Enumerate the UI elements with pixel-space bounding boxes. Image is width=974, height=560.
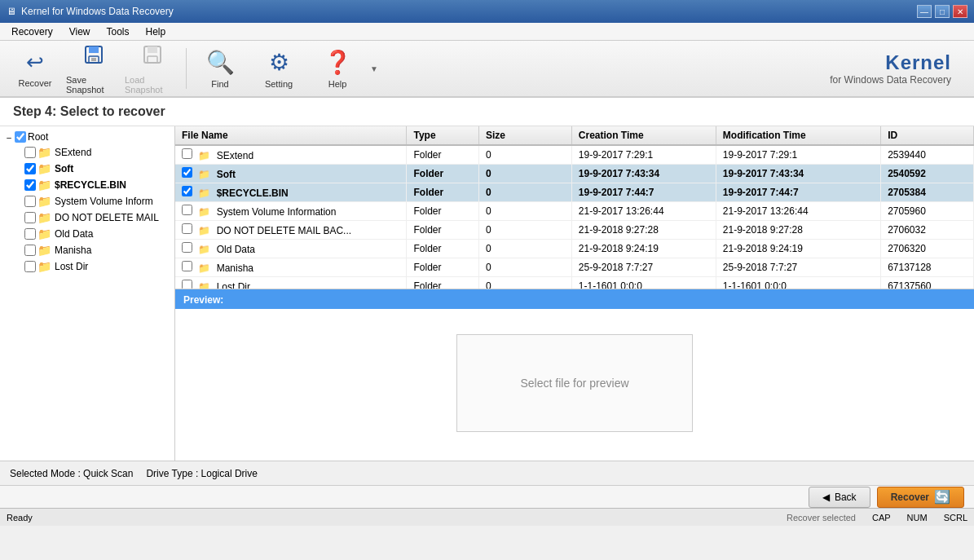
row-checkbox[interactable] [182,186,192,196]
load-snapshot-button[interactable]: Load Snapshot [124,44,181,93]
close-button[interactable]: ✕ [953,5,967,18]
tree-item-sysvolume[interactable]: 📁 System Volume Inform [0,193,174,209]
svg-rect-3 [91,58,96,61]
filename-text: Old Data [217,244,255,255]
row-checkbox[interactable] [182,148,192,159]
menu-tools[interactable]: Tools [98,24,137,39]
preview-body: Select file for preview [175,309,974,457]
tree-checkbox-olddata[interactable] [24,228,36,240]
folder-row-icon: 📁 [198,150,210,161]
recover-action-button[interactable]: Recover 🔄 [877,487,964,508]
cell-filename[interactable]: 📁 SExtend [175,145,407,165]
cell-size: 0 [478,202,571,221]
cell-filename[interactable]: 📁 System Volume Information [175,202,407,221]
cell-type: Folder [407,202,479,221]
help-button[interactable]: ❓ Help [309,44,366,93]
footer-cap: CAP [872,513,891,523]
tree-item-donotdelete[interactable]: 📁 DO NOT DELETE MAIL [0,209,174,226]
filename-text: DO NOT DELETE MAIL BAC... [217,225,351,236]
action-bar: ◀ Back Recover 🔄 [0,485,974,508]
row-checkbox[interactable] [182,280,192,289]
tree-item-root[interactable]: – Root [0,130,174,144]
back-label: Back [835,492,857,503]
cell-filename[interactable]: 📁 Lost Dir [175,277,407,290]
tree-checkbox-recycle[interactable] [24,179,36,191]
table-row[interactable]: 📁 SExtend Folder 0 19-9-2017 7:29:1 19-9… [175,145,974,165]
table-row[interactable]: 📁 DO NOT DELETE MAIL BAC... Folder 0 21-… [175,221,974,240]
table-row[interactable]: 📁 Soft Folder 0 19-9-2017 7:43:34 19-9-2… [175,165,974,183]
row-checkbox[interactable] [182,261,192,271]
find-button[interactable]: 🔍 Find [192,44,249,93]
tree-item-lostdir[interactable]: 📁 Lost Dir [0,258,174,275]
menu-help[interactable]: Help [138,24,174,39]
step-title: Step 4: Select to recover [13,104,165,118]
cell-filename[interactable]: 📁 DO NOT DELETE MAIL BAC... [175,221,407,240]
folder-icon-lostdir: 📁 [37,260,51,273]
cell-filename[interactable]: 📁 Soft [175,165,407,183]
tree-item-manisha[interactable]: 📁 Manisha [0,242,174,258]
cell-id: 2706032 [881,221,974,240]
tree-item-sextend[interactable]: 📁 SExtend [0,144,174,161]
tree-label-recycle: $RECYCLE.BIN [55,179,126,191]
tree-checkbox-manisha[interactable] [24,245,36,256]
menu-recovery[interactable]: Recovery [3,24,61,39]
tree-expand-root[interactable]: – [3,133,15,142]
cell-id: 67137128 [881,258,974,277]
recover-icon: ↩ [26,50,44,75]
menu-view[interactable]: View [61,24,99,39]
tree-checkbox-soft[interactable] [24,163,36,174]
cell-filename[interactable]: 📁 Manisha [175,258,407,277]
cell-type: Folder [407,258,479,277]
tree-checkbox-sysvolume[interactable] [24,196,36,207]
minimize-button[interactable]: — [917,5,932,18]
find-label: Find [211,79,228,89]
tree-checkbox-sextend[interactable] [24,147,36,158]
back-button[interactable]: ◀ Back [809,487,870,508]
drive-type: Drive Type : Logical Drive [146,468,258,479]
app-icon: 🖥 [7,6,16,17]
table-row[interactable]: 📁 Manisha Folder 0 25-9-2018 7:7:27 25-9… [175,258,974,277]
tree-item-soft[interactable]: 📁 Soft [0,161,174,177]
cell-id: 2705384 [881,183,974,202]
row-checkbox[interactable] [182,223,192,234]
cell-modified: 21-9-2017 13:26:44 [716,202,880,221]
tree-item-olddata[interactable]: 📁 Old Data [0,226,174,242]
cell-type: Folder [407,145,479,165]
toolbar-expand-arrow[interactable]: ▼ [368,44,381,93]
cell-filename[interactable]: 📁 Old Data [175,240,407,258]
save-snapshot-label: Save Snapshot [66,75,121,95]
tree-checkbox-root[interactable] [15,131,26,143]
title-bar: 🖥 Kernel for Windows Data Recovery — □ ✕ [0,0,974,23]
row-checkbox[interactable] [182,167,192,178]
recover-circle-icon: 🔄 [934,489,950,505]
step-header: Step 4: Select to recover [0,98,974,126]
row-checkbox[interactable] [182,242,192,253]
file-table-container[interactable]: File Name Type Size Creation Time Modifi… [175,126,974,289]
cell-modified: 21-9-2018 9:24:19 [716,240,880,258]
filename-text: SExtend [217,150,253,161]
toolbar: ↩ Recover Save Snapshot Load Snapshot 🔍 … [0,41,974,98]
cell-filename[interactable]: 📁 $RECYCLE.BIN [175,183,407,202]
setting-button[interactable]: ⚙ Setting [250,44,307,93]
tree-checkbox-donotdelete[interactable] [24,212,36,223]
maximize-button[interactable]: □ [935,5,950,18]
save-snapshot-button[interactable]: Save Snapshot [65,44,122,93]
folder-row-icon: 📁 [198,262,210,274]
tree-item-recycle[interactable]: 📁 $RECYCLE.BIN [0,177,174,193]
footer-num: NUM [907,513,928,523]
table-row[interactable]: 📁 $RECYCLE.BIN Folder 0 19-9-2017 7:44:7… [175,183,974,202]
table-row[interactable]: 📁 Lost Dir Folder 0 1-1-1601 0:0:0 1-1-1… [175,277,974,290]
tree-checkbox-lostdir[interactable] [24,261,36,272]
cell-id: 2705960 [881,202,974,221]
file-table-body: 📁 SExtend Folder 0 19-9-2017 7:29:1 19-9… [175,145,974,289]
table-row[interactable]: 📁 Old Data Folder 0 21-9-2018 9:24:19 21… [175,240,974,258]
recover-toolbar-button[interactable]: ↩ Recover [7,44,64,93]
filename-text: $RECYCLE.BIN [217,187,289,199]
cell-created: 19-9-2017 7:44:7 [571,183,716,202]
preview-label: Preview: [183,294,223,306]
row-checkbox[interactable] [182,205,192,215]
table-row[interactable]: 📁 System Volume Information Folder 0 21-… [175,202,974,221]
cell-created: 19-9-2017 7:43:34 [571,165,716,183]
folder-icon-sextend: 📁 [37,146,51,159]
cell-type: Folder [407,277,479,290]
